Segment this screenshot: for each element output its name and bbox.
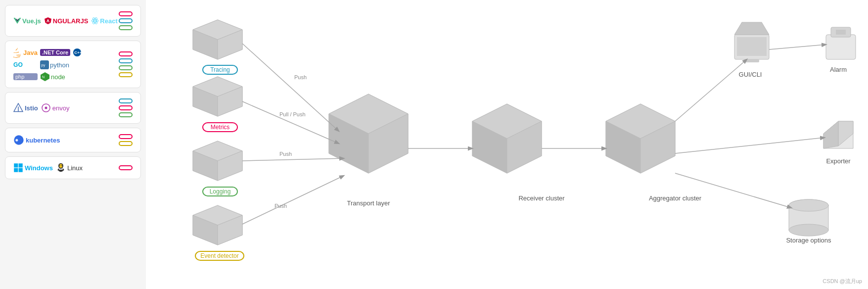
angular-logo: NGULARJS [44,17,89,25]
os-card: Windows Linux [5,156,141,179]
exporter-label: Exporter [826,157,851,165]
alarm-label: Alarm [830,66,847,73]
pill-red-4 [119,134,133,139]
receiver-cluster-label: Receiver cluster [518,194,565,202]
svg-rect-23 [19,163,23,167]
event-to-transport-arrow [242,176,344,224]
php-logo: php [13,73,38,80]
pill-red-5 [119,165,133,170]
service-mesh-card: Istio envoy [5,92,141,124]
backend-pills [119,51,133,77]
pill-blue-2 [119,58,133,63]
svg-rect-22 [14,163,18,167]
svg-point-71 [789,199,828,211]
svg-point-70 [789,224,828,236]
receiver-cluster-box [472,104,542,173]
push-label-event: Push [274,203,287,209]
aggregator-cluster-box [606,104,675,173]
frontend-card: Vue.js NGULARJS React [5,5,141,37]
svg-rect-59 [737,37,767,56]
go-logo: GO [13,60,38,69]
tracing-box [193,20,242,59]
transport-layer-label: Transport layer [347,199,391,207]
svg-text:N: N [42,75,45,79]
alarm-icon [826,27,856,59]
kubernetes-pills [119,134,133,146]
svg-text:GO: GO [13,61,23,68]
service-mesh-pills [119,98,133,117]
python-logo: py python [40,60,70,69]
event-detector-box [193,205,242,245]
linux-logo: Linux [56,163,83,173]
react-logo: React [91,17,117,25]
svg-rect-64 [836,30,846,35]
push-label-tracing: Push [294,74,307,80]
pull-push-label: Pull / Push [279,111,306,117]
pill-blue [119,18,133,23]
tracing-to-transport-arrow [242,44,339,131]
os-logos: Windows Linux [13,163,83,173]
logging-box [193,141,242,181]
logging-to-transport-arrow [242,158,344,161]
metrics-to-transport-arrow [242,101,339,144]
svg-point-28 [59,165,60,166]
nodejs-logo: N node [40,72,70,82]
pill-red [119,11,133,16]
watermark: CSDN @流月up [822,278,862,285]
storage-icon [789,199,828,236]
svg-text:py: py [41,63,45,67]
pill-red-3 [119,105,133,110]
frontend-pills [119,11,133,30]
aggregator-to-exporter-arrow [675,138,824,153]
svg-point-19 [45,107,47,109]
java-logo: Java [13,47,38,58]
svg-marker-60 [734,22,769,35]
diagram-area: Tracing Metrics Logging Ev [146,0,868,289]
exporter-icon [823,121,853,148]
os-pills [119,165,133,170]
svg-text:C++: C++ [74,50,82,55]
svg-rect-25 [19,168,23,172]
aggregator-cluster-label: Aggregator cluster [649,194,702,202]
metrics-box [193,77,242,116]
logging-label: Logging [210,188,231,195]
tracing-label: Tracing [210,66,230,73]
event-detector-label: Event detector [200,252,238,259]
metrics-label: Metrics [211,124,230,131]
backend-card: Java .NET Core C++ GO py python php N no… [5,41,141,88]
kubernetes-logos: ⎈ kubernetes [13,135,60,145]
service-mesh-logos: Istio envoy [13,103,69,113]
aggregator-to-guicli-arrow [675,59,747,121]
svg-rect-24 [14,168,18,172]
svg-rect-62 [826,35,856,59]
gui-cli-label: GUI/CLI [739,71,762,78]
pill-blue-3 [119,98,133,103]
svg-point-8 [94,20,96,22]
pill-green [119,25,133,30]
dotnet-logo: .NET Core [40,49,70,56]
windows-logo: Windows [13,163,53,173]
svg-point-29 [61,165,62,166]
architecture-diagram: Tracing Metrics Logging Ev [146,0,868,289]
storage-options-label: Storage options [786,237,831,244]
push-label-logging: Push [279,151,292,157]
k8s-logo: ⎈ kubernetes [13,135,60,145]
istio-logo: Istio [13,103,38,113]
kubernetes-card: ⎈ kubernetes [5,128,141,152]
backend-logos: Java .NET Core C++ GO py python php N no… [13,47,82,82]
pill-yellow-4 [119,141,133,146]
pill-green-2 [119,65,133,70]
cpp-logo: C++ [73,48,82,57]
gui-cli-icon [734,22,769,62]
pill-yellow-2 [119,72,133,77]
svg-marker-67 [823,121,838,148]
transport-layer-box [329,94,408,173]
frontend-logos: Vue.js NGULARJS React [13,17,118,25]
vue-logo: Vue.js [13,17,41,25]
pill-green-3 [119,112,133,117]
aggregator-to-storage-arrow [675,173,791,208]
guicli-to-alarm-arrow [769,45,826,49]
pill-red-2 [119,51,133,56]
envoy-logo: envoy [41,103,70,113]
left-panel: Vue.js NGULARJS React Java .NET Core [0,0,146,289]
